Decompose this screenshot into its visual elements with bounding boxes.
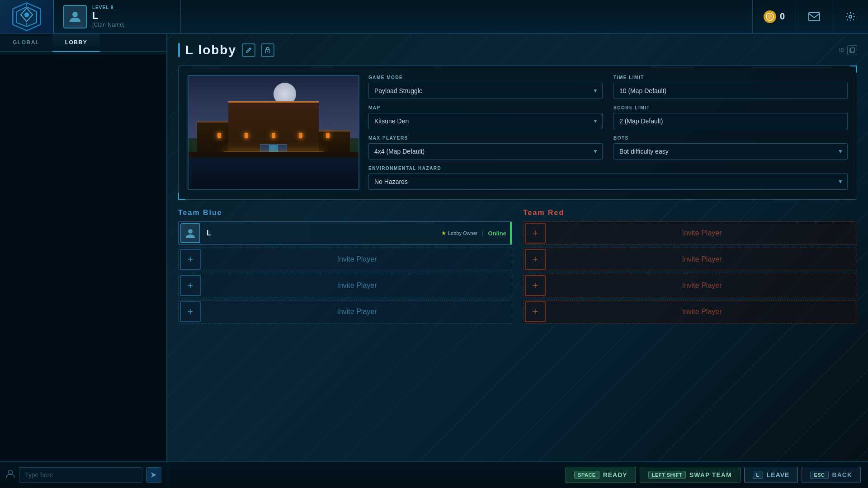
invite-slot-red-2[interactable]: + Invite Player	[523, 248, 857, 271]
environmental-hazard-select-wrapper: No Hazards ▼	[368, 174, 848, 190]
tab-global[interactable]: GLOBAL	[0, 34, 52, 52]
currency-icon	[764, 10, 776, 23]
settings-button[interactable]	[832, 0, 868, 33]
player-slot-owner: L ★ Lobby Owner | Online	[178, 221, 512, 245]
invite-slot-red-4[interactable]: + Invite Player	[523, 300, 857, 324]
svg-rect-8	[809, 13, 820, 21]
teams-section: Team Blue L ★ Lob	[178, 209, 857, 326]
slot-owner-avatar-img	[180, 223, 200, 243]
lobby-owner-label: Lobby Owner	[448, 230, 477, 236]
back-key-label: ESC	[810, 471, 828, 479]
max-players-select[interactable]: 4x4 (Map Default)	[368, 143, 603, 160]
svg-line-10	[250, 49, 250, 50]
sidebar: GLOBAL LOBBY	[0, 34, 167, 461]
bottom-bar: SPACE READY LEFT SHIFT SWAP TEAM L LEAVE…	[0, 461, 868, 488]
logo-area	[0, 0, 54, 33]
lobby-id-text: ID	[839, 47, 844, 53]
invite-slot-blue-1[interactable]: + Invite Player	[178, 248, 512, 271]
map-building-main	[228, 101, 319, 155]
back-action-label: BACK	[832, 471, 852, 479]
lobby-id-area: ID	[839, 45, 857, 55]
lantern-1	[217, 133, 221, 138]
swap-team-button[interactable]: LEFT SHIFT SWAP TEAM	[640, 467, 741, 483]
map-group: MAP Kitsune Den ▼	[368, 105, 603, 129]
time-limit-group: TIME LIMIT	[613, 75, 848, 99]
action-buttons: SPACE READY LEFT SHIFT SWAP TEAM L LEAVE…	[566, 467, 868, 483]
lantern-5	[326, 133, 330, 138]
bots-group: BOTS Bot difficulty easy ▼	[613, 136, 848, 160]
lantern-3	[272, 133, 275, 138]
chat-input[interactable]	[19, 467, 142, 483]
leave-button[interactable]: L LEAVE	[744, 467, 798, 483]
main-content: L lobby ID	[167, 34, 868, 461]
invite-slot-red-1[interactable]: + Invite Player	[523, 221, 857, 245]
game-mode-label: GAME MODE	[368, 75, 603, 80]
settings-corner-tr	[850, 66, 857, 73]
bots-label: BOTS	[613, 136, 848, 141]
environmental-hazard-select[interactable]: No Hazards	[368, 174, 848, 190]
swap-key-label: LEFT SHIFT	[648, 471, 686, 479]
chat-tabs: GLOBAL LOBBY	[0, 34, 166, 52]
invite-text-blue-2: Invite Player	[202, 282, 512, 290]
header: LEVEL 9 L [Clan Name] 0	[0, 0, 868, 34]
ready-button[interactable]: SPACE READY	[566, 467, 636, 483]
invite-text-blue-3: Invite Player	[202, 308, 512, 316]
player-details: LEVEL 9 L [Clan Name]	[92, 5, 125, 28]
svg-point-16	[9, 470, 13, 474]
level-badge: LEVEL 9	[92, 5, 125, 10]
lobby-title: L lobby	[185, 43, 236, 57]
invite-icon-blue-2: +	[180, 275, 201, 296]
lobby-edit-button[interactable]	[242, 43, 255, 57]
time-limit-label: TIME LIMIT	[613, 75, 848, 80]
back-button[interactable]: ESC BACK	[802, 467, 861, 483]
game-mode-select-wrapper: Payload Struggle ▼	[368, 83, 603, 99]
invite-slot-blue-2[interactable]: + Invite Player	[178, 274, 512, 297]
settings-panel: GAME MODE Payload Struggle ▼ TIME LIMIT …	[178, 66, 857, 200]
chat-send-button[interactable]	[146, 467, 161, 483]
badge-separator: |	[482, 230, 483, 236]
bots-select[interactable]: Bot difficulty easy	[613, 143, 848, 160]
invite-text-red-2: Invite Player	[547, 255, 857, 263]
tab-lobby[interactable]: LOBBY	[52, 34, 100, 52]
map-preview	[188, 75, 359, 190]
environmental-hazard-label: ENVIRONMENTAL HAZARD	[368, 166, 848, 171]
game-logo-icon	[11, 1, 42, 33]
time-limit-input[interactable]	[613, 83, 848, 99]
lantern-2	[245, 133, 248, 138]
invite-text-red-1: Invite Player	[547, 229, 857, 237]
slot-owner-avatar	[179, 221, 202, 245]
svg-rect-14	[851, 48, 854, 52]
team-red-header: Team Red	[523, 209, 857, 217]
invite-icon-red-2: +	[525, 249, 546, 270]
lobby-id-copy[interactable]	[847, 45, 857, 55]
header-right: 0	[752, 0, 868, 33]
swap-action-label: SWAP TEAM	[689, 471, 732, 479]
level-label: LEVEL 9	[92, 5, 113, 10]
map-water	[189, 155, 359, 189]
svg-point-15	[188, 229, 193, 234]
score-limit-group: SCORE LIMIT	[613, 105, 848, 129]
settings-corner-bl	[178, 192, 185, 200]
lobby-lock-button[interactable]	[261, 43, 274, 57]
score-limit-input[interactable]	[613, 113, 848, 129]
lantern-4	[299, 133, 302, 138]
map-ground	[189, 152, 359, 158]
player-avatar	[63, 5, 87, 28]
invite-icon-red-3: +	[525, 275, 546, 296]
invite-text-red-4: Invite Player	[547, 308, 857, 316]
invite-text-red-3: Invite Player	[547, 282, 857, 290]
max-players-select-wrapper: 4x4 (Map Default) ▼	[368, 143, 603, 160]
invite-slot-red-3[interactable]: + Invite Player	[523, 274, 857, 297]
leave-action-label: LEAVE	[767, 471, 790, 479]
mail-button[interactable]	[796, 0, 832, 33]
game-mode-select[interactable]: Payload Struggle	[368, 83, 603, 99]
map-select[interactable]: Kitsune Den	[368, 113, 603, 129]
map-scene	[189, 76, 359, 189]
team-blue: Team Blue L ★ Lob	[178, 209, 512, 326]
ready-key-label: SPACE	[574, 471, 599, 479]
invite-text-blue-1: Invite Player	[202, 255, 512, 263]
map-label: MAP	[368, 105, 603, 110]
chat-user-icon	[5, 469, 15, 481]
score-limit-label: SCORE LIMIT	[613, 105, 848, 110]
invite-slot-blue-3[interactable]: + Invite Player	[178, 300, 512, 324]
